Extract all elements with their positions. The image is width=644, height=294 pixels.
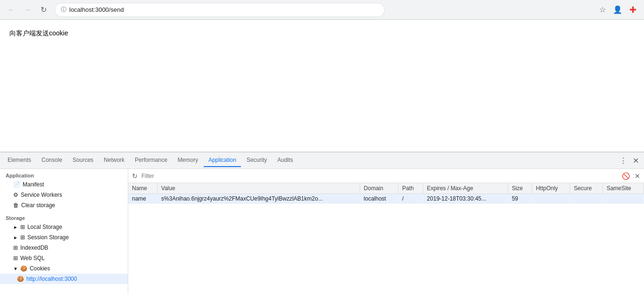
- devtools-sidebar: Application 📄 Manifest ⚙ Service Workers…: [0, 169, 128, 294]
- filter-clear-button[interactable]: ✕: [634, 171, 641, 181]
- indexeddb-icon: ⊞: [13, 244, 18, 251]
- tab-security[interactable]: Security: [242, 154, 272, 167]
- table-cell: s%3Anihao.6njgrz4yaurz%2FMaxCUe9Ihg4TylB…: [157, 194, 360, 204]
- indexeddb-label: IndexedDB: [20, 244, 48, 251]
- table-cell: 2019-12-18T03:30:45...: [423, 194, 508, 204]
- nav-buttons: ← → ↻: [5, 3, 50, 17]
- tab-elements[interactable]: Elements: [3, 154, 36, 167]
- service-workers-icon: ⚙: [13, 192, 18, 198]
- filter-bar: ↻ 🚫 ✕: [128, 169, 644, 183]
- refresh-button[interactable]: ↻: [37, 3, 50, 17]
- session-storage-label: Session Storage: [27, 234, 69, 241]
- bookmark-button[interactable]: ☆: [596, 3, 609, 17]
- cookies-chevron: ▼: [13, 266, 18, 271]
- cookies-table-wrapper: Name Value Domain Path Expires / Max-Age…: [128, 183, 644, 294]
- col-path[interactable]: Path: [398, 183, 423, 194]
- col-httponly[interactable]: HttpOnly: [532, 183, 570, 194]
- filter-block-button[interactable]: 🚫: [621, 171, 631, 181]
- storage-section-label: Storage: [0, 213, 128, 222]
- col-samesite[interactable]: SameSite: [603, 183, 644, 194]
- browser-actions: ☆ 👤 ✚: [596, 3, 639, 17]
- col-size[interactable]: Size: [508, 183, 532, 194]
- table-row[interactable]: names%3Anihao.6njgrz4yaurz%2FMaxCUe9Ihg4…: [128, 194, 644, 204]
- manifest-icon: 📄: [13, 181, 20, 188]
- devtools-main: ↻ 🚫 ✕ Name Value Domain Path Expires / M…: [128, 169, 644, 294]
- tab-console[interactable]: Console: [37, 154, 67, 167]
- col-secure[interactable]: Secure: [570, 183, 603, 194]
- devtools-close-button[interactable]: ✕: [630, 155, 641, 166]
- devtools: Elements Console Sources Network Perform…: [0, 152, 644, 294]
- tab-sources[interactable]: Sources: [68, 154, 98, 167]
- address-bar[interactable]: ⓘ localhost:3000/send: [55, 3, 385, 17]
- back-button[interactable]: ←: [5, 3, 18, 17]
- page-text: 向客户端发送cookie: [9, 29, 68, 37]
- devtools-tabs: Elements Console Sources Network Perform…: [0, 152, 644, 169]
- table-cell: [603, 194, 644, 204]
- cookies-icon: 🍪: [20, 265, 27, 272]
- manifest-label: Manifest: [23, 181, 44, 188]
- filter-input[interactable]: [141, 173, 618, 179]
- devtools-more-button[interactable]: ⋮: [618, 155, 629, 166]
- devtools-body: Application 📄 Manifest ⚙ Service Workers…: [0, 169, 644, 294]
- table-cell: 59: [508, 194, 532, 204]
- page-content: 向客户端发送cookie: [0, 20, 644, 152]
- web-sql-label: Web SQL: [20, 255, 45, 261]
- col-expires[interactable]: Expires / Max-Age: [423, 183, 508, 194]
- tab-application[interactable]: Application: [204, 154, 241, 167]
- web-sql-icon: ⊞: [13, 255, 18, 261]
- session-storage-icon: ⊞: [20, 234, 25, 241]
- local-storage-chevron: ►: [13, 225, 18, 230]
- col-value[interactable]: Value: [157, 183, 360, 194]
- filter-refresh-button[interactable]: ↻: [131, 171, 139, 181]
- cookies-localhost-icon: 🍪: [17, 276, 24, 282]
- sidebar-item-clear-storage[interactable]: 🗑 Clear storage: [0, 200, 128, 210]
- sidebar-item-session-storage[interactable]: ► ⊞ Session Storage: [0, 232, 128, 243]
- table-cell: localhost: [360, 194, 398, 204]
- profile-button[interactable]: 👤: [611, 3, 624, 17]
- local-storage-icon: ⊞: [20, 224, 25, 230]
- clear-storage-icon: 🗑: [13, 202, 19, 209]
- tab-memory[interactable]: Memory: [173, 154, 203, 167]
- table-cell: [532, 194, 570, 204]
- application-section-label: Application: [0, 171, 128, 179]
- extensions-button[interactable]: ✚: [626, 3, 639, 17]
- sidebar-item-manifest[interactable]: 📄 Manifest: [0, 179, 128, 190]
- tab-audits[interactable]: Audits: [272, 154, 297, 167]
- sidebar-item-service-workers[interactable]: ⚙ Service Workers: [0, 190, 128, 200]
- sidebar-item-web-sql[interactable]: ⊞ Web SQL: [0, 253, 128, 263]
- url-text: localhost:3000/send: [69, 6, 124, 13]
- col-domain[interactable]: Domain: [360, 183, 398, 194]
- table-cell: /: [398, 194, 423, 204]
- cookies-localhost-label: http://localhost:3000: [26, 276, 77, 282]
- sidebar-item-local-storage[interactable]: ► ⊞ Local Storage: [0, 222, 128, 232]
- table-cell: name: [128, 194, 157, 204]
- cookies-table: Name Value Domain Path Expires / Max-Age…: [128, 183, 644, 204]
- col-name[interactable]: Name: [128, 183, 157, 194]
- tab-network[interactable]: Network: [99, 154, 129, 167]
- table-header-row: Name Value Domain Path Expires / Max-Age…: [128, 183, 644, 194]
- local-storage-label: Local Storage: [27, 224, 62, 230]
- forward-button[interactable]: →: [21, 3, 34, 17]
- lock-icon: ⓘ: [61, 6, 66, 14]
- browser-chrome: ← → ↻ ⓘ localhost:3000/send ☆ 👤 ✚: [0, 0, 644, 20]
- sidebar-item-cookies-localhost[interactable]: 🍪 http://localhost:3000: [0, 274, 128, 284]
- service-workers-label: Service Workers: [21, 192, 62, 198]
- cookies-label: Cookies: [30, 265, 50, 272]
- clear-storage-label: Clear storage: [21, 202, 55, 209]
- table-cell: [570, 194, 603, 204]
- sidebar-item-indexeddb[interactable]: ⊞ IndexedDB: [0, 243, 128, 253]
- session-storage-chevron: ►: [13, 235, 18, 240]
- tab-performance[interactable]: Performance: [130, 154, 172, 167]
- sidebar-item-cookies[interactable]: ▼ 🍪 Cookies: [0, 263, 128, 274]
- devtools-icons: ⋮ ✕: [618, 155, 641, 166]
